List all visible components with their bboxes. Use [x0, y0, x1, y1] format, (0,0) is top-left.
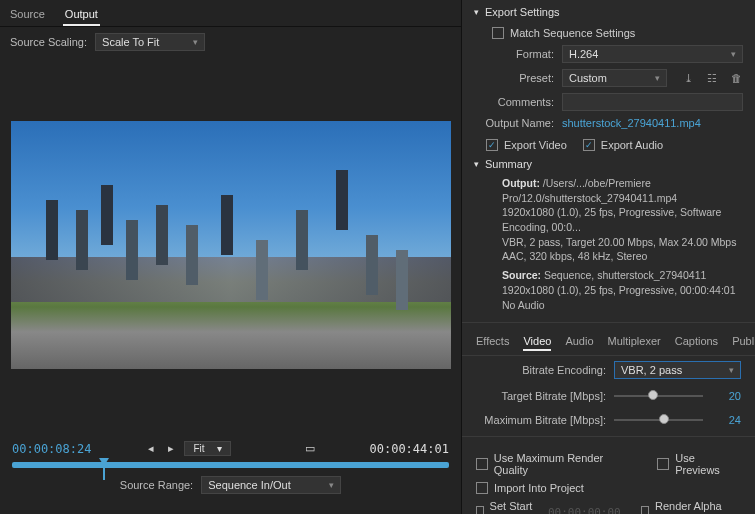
format-label: Format:: [474, 48, 554, 60]
aspect-ratio-button[interactable]: ▭: [303, 442, 317, 456]
next-frame-button[interactable]: ▸: [164, 442, 178, 456]
export-settings-panel: ▾ Export Settings Match Sequence Setting…: [462, 0, 755, 514]
summary-title: Summary: [485, 158, 532, 170]
comments-label: Comments:: [474, 96, 554, 108]
use-previews-checkbox[interactable]: [657, 458, 669, 470]
set-start-tc-checkbox[interactable]: [476, 506, 484, 514]
max-bitrate-value[interactable]: 24: [711, 414, 741, 426]
bitrate-encoding-value: VBR, 2 pass: [621, 364, 682, 376]
current-timecode[interactable]: 00:00:08:24: [12, 442, 91, 456]
target-bitrate-value[interactable]: 20: [711, 390, 741, 402]
summary-source-res: 1920x1080 (1.0), 25 fps, Progressive, 00…: [502, 283, 743, 298]
target-bitrate-label: Target Bitrate [Mbps]:: [476, 390, 606, 402]
chevron-down-icon: ▾: [474, 159, 479, 169]
summary-output-audio: AAC, 320 kbps, 48 kHz, Stereo: [502, 249, 743, 264]
bitrate-encoding-select[interactable]: VBR, 2 pass ▾: [614, 361, 741, 379]
comments-input[interactable]: [562, 93, 743, 111]
chevron-down-icon: ▾: [193, 37, 198, 47]
export-audio-label: Export Audio: [601, 139, 663, 151]
preview-panel: Source Output Source Scaling: Scale To F…: [0, 0, 462, 514]
export-video-label: Export Video: [504, 139, 567, 151]
source-scaling-select[interactable]: Scale To Fit ▾: [95, 33, 205, 51]
output-name-link[interactable]: shutterstock_27940411.mp4: [562, 117, 701, 129]
playback-controls: ◂ ▸ Fit ▾ ▭: [144, 441, 316, 456]
export-video-checkbox[interactable]: [486, 139, 498, 151]
zoom-fit-value: Fit: [193, 443, 204, 454]
video-preview[interactable]: [11, 121, 451, 369]
prev-frame-button[interactable]: ◂: [144, 442, 158, 456]
tab-source[interactable]: Source: [8, 4, 47, 26]
match-sequence-checkbox[interactable]: [492, 27, 504, 39]
settings-subtabs: Effects Video Audio Multiplexer Captions…: [462, 327, 755, 356]
import-into-project-label: Import Into Project: [494, 482, 584, 494]
summary-block: Output: /Users/.../obe/Premiere Pro/12.0…: [474, 176, 743, 312]
summary-source-seq: Sequence, shutterstock_27940411: [544, 269, 706, 281]
set-start-tc-label: Set Start Timecode: [490, 500, 542, 514]
duration-timecode: 00:00:44:01: [370, 442, 449, 456]
match-sequence-label: Match Sequence Settings: [510, 27, 635, 39]
source-range-value: Sequence In/Out: [208, 479, 291, 491]
chevron-down-icon: ▾: [729, 365, 734, 375]
max-render-quality-checkbox[interactable]: [476, 458, 488, 470]
use-previews-label: Use Previews: [675, 452, 741, 476]
export-settings-title: Export Settings: [485, 6, 560, 18]
source-range-label: Source Range:: [120, 479, 193, 491]
subtab-audio[interactable]: Audio: [565, 333, 593, 351]
max-bitrate-slider[interactable]: [614, 413, 703, 427]
preset-select[interactable]: Custom ▾: [562, 69, 667, 87]
chevron-down-icon: ▾: [474, 7, 479, 17]
source-range-select[interactable]: Sequence In/Out ▾: [201, 476, 341, 494]
zoom-fit-select[interactable]: Fit ▾: [184, 441, 230, 456]
delete-preset-icon[interactable]: 🗑: [729, 71, 743, 85]
preset-value: Custom: [569, 72, 607, 84]
output-name-label: Output Name:: [474, 117, 554, 129]
subtab-video[interactable]: Video: [523, 333, 551, 351]
format-value: H.264: [569, 48, 598, 60]
bitrate-encoding-label: Bitrate Encoding:: [476, 364, 606, 376]
save-preset-icon[interactable]: ⤓: [681, 71, 695, 85]
summary-source-audio: No Audio: [502, 298, 743, 313]
source-scaling-row: Source Scaling: Scale To Fit ▾: [0, 27, 461, 57]
tab-output[interactable]: Output: [63, 4, 100, 26]
timeline-track[interactable]: [12, 462, 449, 468]
playhead[interactable]: [99, 458, 109, 466]
source-scaling-label: Source Scaling:: [10, 36, 87, 48]
preview-tabs: Source Output: [0, 0, 461, 27]
timeline-bar: 00:00:08:24 ◂ ▸ Fit ▾ ▭ 00:00:44:01 Sour…: [0, 433, 461, 514]
summary-output-res: 1920x1080 (1.0), 25 fps, Progressive, So…: [502, 205, 743, 234]
preview-area: [0, 57, 461, 433]
summary-output-bitrate: VBR, 2 pass, Target 20.00 Mbps, Max 24.0…: [502, 235, 743, 250]
subtab-effects[interactable]: Effects: [476, 333, 509, 351]
bottom-options: Use Maximum Render Quality Use Previews …: [462, 441, 755, 514]
chevron-down-icon: ▾: [655, 73, 660, 83]
source-scaling-value: Scale To Fit: [102, 36, 159, 48]
import-into-project-checkbox[interactable]: [476, 482, 488, 494]
render-alpha-label: Render Alpha Channel Only: [655, 500, 741, 514]
subtab-multiplexer[interactable]: Multiplexer: [608, 333, 661, 351]
summary-header[interactable]: ▾ Summary: [474, 158, 743, 170]
preset-label: Preset:: [474, 72, 554, 84]
summary-source-label: Source:: [502, 269, 541, 281]
target-bitrate-slider[interactable]: [614, 389, 703, 403]
chevron-down-icon: ▾: [731, 49, 736, 59]
subtab-publish[interactable]: Publish: [732, 333, 755, 351]
max-render-quality-label: Use Maximum Render Quality: [494, 452, 638, 476]
render-alpha-checkbox[interactable]: [641, 506, 649, 514]
chevron-down-icon: ▾: [329, 480, 334, 490]
max-bitrate-label: Maximum Bitrate [Mbps]:: [476, 414, 606, 426]
format-select[interactable]: H.264 ▾: [562, 45, 743, 63]
export-settings-header[interactable]: ▾ Export Settings: [474, 6, 743, 18]
chevron-down-icon: ▾: [217, 443, 222, 454]
start-tc-value: 00:00:00:00: [548, 506, 621, 514]
subtab-captions[interactable]: Captions: [675, 333, 718, 351]
import-preset-icon[interactable]: ☷: [705, 71, 719, 85]
export-audio-checkbox[interactable]: [583, 139, 595, 151]
summary-output-label: Output:: [502, 177, 540, 189]
